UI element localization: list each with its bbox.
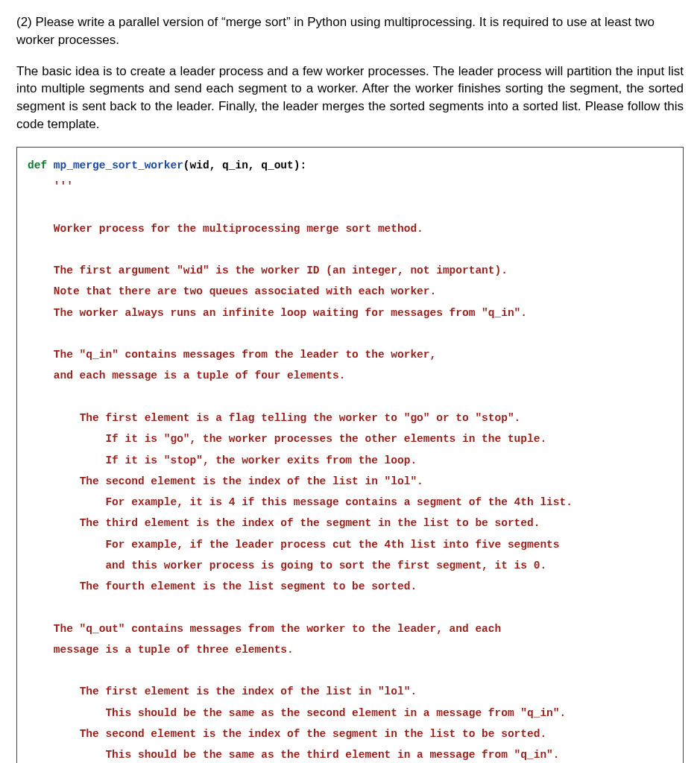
docstring-line: The first argument "wid" is the worker I… [54,265,508,276]
docstring-line: Worker process for the multiprocessing m… [54,223,423,235]
question-paragraph-2: The basic idea is to create a leader pro… [16,63,684,133]
docstring-line: If it is "go", the worker processes the … [105,433,546,445]
docstring-line: The "q_out" contains messages from the w… [54,623,501,635]
question-number: (2) [16,15,32,29]
docstring-line: The second element is the index of the l… [80,475,423,487]
function-params: (wid, q_in, q_out): [183,159,306,171]
docstring-line: The "q_in" contains messages from the le… [54,349,436,361]
docstring-line: If it is "stop", the worker exits from t… [105,455,417,466]
question-text-1: Please write a parallel version of “merg… [16,15,655,47]
docstring-line: Note that there are two queues associate… [54,285,436,297]
docstring-line: The first element is the index of the li… [80,686,417,697]
docstring-line: The third element is the index of the se… [80,517,540,529]
function-name: mp_merge_sort_worker [54,159,183,171]
docstring-line: The first element is a flag telling the … [80,412,521,424]
docstring-line: This should be the same as the second el… [105,707,566,719]
docstring-line: The second element is the index of the s… [80,728,547,740]
code-template-box: def mp_merge_sort_worker(wid, q_in, q_ou… [16,147,684,763]
docstring-line: The fourth element is the list segment t… [80,580,417,592]
docstring-line: message is a tuple of three elements. [54,644,294,656]
docstring-line: For example, if the leader process cut t… [105,539,559,551]
docstring-line: This should be the same as the third ele… [105,749,559,761]
docstring-line: and this worker process is going to sort… [105,560,546,572]
keyword-def: def [28,159,47,171]
docstring-line: For example, it is 4 if this message con… [105,496,573,508]
docstring-line: The worker always runs an infinite loop … [54,307,527,319]
question-paragraph-1: (2) Please write a parallel version of “… [16,13,684,49]
docstring-open: ''' [54,180,73,192]
docstring-line: and each message is a tuple of four elem… [54,370,346,382]
